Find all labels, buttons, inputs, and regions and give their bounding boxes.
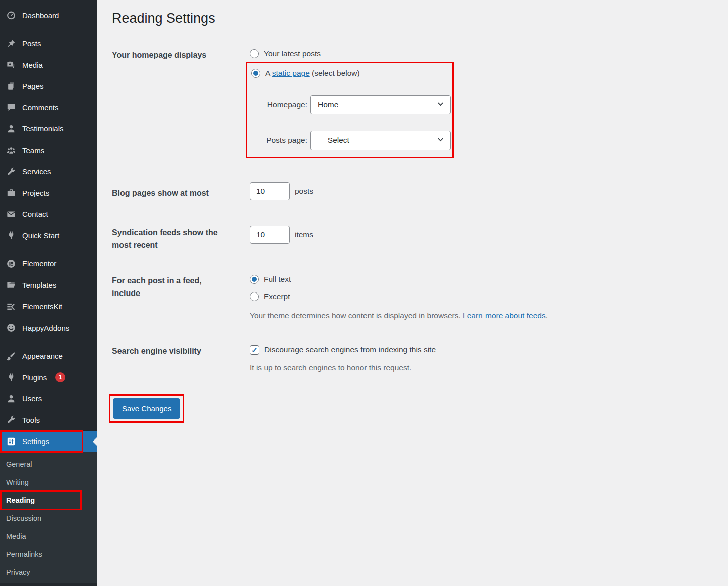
- feed-content-row: For each post in a feed, include Full te…: [112, 274, 708, 320]
- syndication-label: Syndication feeds show the most recent: [112, 226, 227, 251]
- current-menu-arrow: [88, 437, 97, 446]
- smiley-icon: [7, 323, 16, 332]
- sidebar-item-posts[interactable]: Posts: [0, 33, 97, 55]
- group-icon: [7, 145, 16, 155]
- submenu-item-media[interactable]: Media: [0, 527, 97, 545]
- full-text-option: Full text: [250, 274, 708, 285]
- user-icon: [7, 394, 16, 403]
- search-visibility-row: Search engine visibility ✓ Discourage se…: [112, 344, 708, 372]
- save-row: Save Changes: [112, 394, 708, 423]
- settings-submenu: General Writing Reading Discussion Media…: [0, 452, 97, 583]
- feed-content-label: For each post in a feed, include: [112, 274, 217, 320]
- sidebar-item-pages[interactable]: Pages: [0, 76, 97, 97]
- sidebar-item-tools[interactable]: Tools: [0, 409, 97, 431]
- dashboard-icon: [7, 11, 16, 20]
- sidebar-item-label: Elementor: [22, 259, 56, 268]
- blog-pages-label: Blog pages show at most: [112, 182, 250, 200]
- envelope-icon: [7, 210, 16, 219]
- sidebar-item-elementor[interactable]: Elementor: [0, 253, 97, 275]
- blog-pages-row: Blog pages show at most posts: [112, 182, 708, 200]
- annotation-box-save: Save Changes: [109, 394, 184, 423]
- submenu-item-general[interactable]: General: [0, 455, 97, 473]
- homepage-select-value: Home: [318, 100, 338, 109]
- static-page-label: A static page (select below): [265, 69, 360, 78]
- sidebar-item-users[interactable]: Users: [0, 388, 97, 410]
- posts-page-select-label: Posts page:: [251, 136, 307, 145]
- blog-pages-unit: posts: [295, 187, 313, 196]
- comment-bubble-icon: [7, 103, 16, 112]
- pages-icon: [7, 82, 16, 91]
- excerpt-radio[interactable]: [250, 292, 259, 301]
- elementskit-icon: [7, 302, 16, 311]
- sidebar-item-happyaddons[interactable]: HappyAddons: [0, 317, 97, 339]
- latest-posts-label: Your latest posts: [264, 49, 321, 58]
- sidebar-item-label: Templates: [22, 281, 56, 289]
- sidebar-item-label: Users: [22, 394, 42, 403]
- sidebar-item-contact[interactable]: Contact: [0, 204, 97, 225]
- excerpt-label: Excerpt: [264, 292, 290, 301]
- sidebar-item-media[interactable]: Media: [0, 54, 97, 76]
- static-page-radio[interactable]: [251, 69, 260, 78]
- discourage-option: ✓ Discourage search engines from indexin…: [250, 344, 708, 355]
- submenu-item-writing[interactable]: Writing: [0, 473, 97, 491]
- blog-pages-input[interactable]: [250, 182, 290, 200]
- homepage-select[interactable]: Home: [310, 95, 451, 114]
- sidebar-item-quick-start[interactable]: Quick Start: [0, 225, 97, 246]
- save-changes-button[interactable]: Save Changes: [113, 398, 180, 419]
- submenu-item-discussion[interactable]: Discussion: [0, 509, 97, 527]
- search-visibility-note: It is up to search engines to honor this…: [250, 363, 708, 372]
- posts-page-select[interactable]: — Select —: [310, 131, 451, 150]
- learn-more-feeds-link[interactable]: Learn more about feeds: [463, 311, 546, 320]
- plugins-update-badge: 1: [55, 372, 65, 382]
- sidebar-item-projects[interactable]: Projects: [0, 182, 97, 204]
- submenu-item-privacy[interactable]: Privacy: [0, 563, 97, 581]
- person-icon: [7, 124, 16, 133]
- sidebar-item-settings[interactable]: Settings: [0, 431, 97, 453]
- static-page-option: A static page (select below): [251, 68, 452, 79]
- folder-open-icon: [7, 280, 16, 289]
- plug-icon: [7, 231, 16, 240]
- tools-wrench-icon: [7, 415, 16, 424]
- main-content: Reading Settings Your homepage displays …: [97, 0, 728, 423]
- sidebar-item-elementskit[interactable]: ElementsKit: [0, 296, 97, 318]
- plugin-icon: [7, 373, 16, 382]
- posts-page-select-row: Posts page: — Select —: [251, 131, 452, 150]
- sidebar-item-label: Plugins: [22, 373, 47, 382]
- sidebar-item-services[interactable]: Services: [0, 161, 97, 183]
- sidebar-item-label: Appearance: [22, 352, 63, 360]
- settings-sliders-icon: [7, 437, 16, 446]
- submenu-item-reading[interactable]: Reading: [0, 491, 97, 509]
- sidebar-item-appearance[interactable]: Appearance: [0, 346, 97, 367]
- homepage-select-label: Homepage:: [251, 100, 307, 109]
- pushpin-icon: [7, 39, 16, 48]
- sidebar-item-label: Projects: [22, 189, 49, 197]
- sidebar-item-label: Tools: [22, 416, 40, 424]
- sidebar-item-templates[interactable]: Templates: [0, 274, 97, 296]
- sidebar-item-label: Dashboard: [22, 11, 59, 20]
- paintbrush-icon: [7, 352, 16, 361]
- submenu-item-permalinks[interactable]: Permalinks: [0, 545, 97, 563]
- annotation-box-static-page: A static page (select below) Homepage: H…: [246, 62, 454, 158]
- feed-note: Your theme determines how content is dis…: [250, 311, 708, 320]
- sidebar-item-label: Quick Start: [22, 231, 59, 240]
- static-page-link[interactable]: static page: [272, 69, 310, 77]
- discourage-label: Discourage search engines from indexing …: [264, 345, 436, 354]
- latest-posts-radio[interactable]: [250, 49, 259, 58]
- sidebar-item-testimonials[interactable]: Testimonials: [0, 118, 97, 140]
- wrench-icon: [7, 167, 16, 176]
- full-text-radio[interactable]: [250, 275, 259, 284]
- sidebar-item-dashboard[interactable]: Dashboard: [0, 5, 97, 26]
- discourage-checkbox[interactable]: ✓: [250, 345, 259, 355]
- sidebar-item-label: HappyAddons: [22, 324, 69, 332]
- sidebar-item-teams[interactable]: Teams: [0, 139, 97, 161]
- syndication-row: Syndication feeds show the most recent i…: [112, 226, 708, 251]
- excerpt-option: Excerpt: [250, 291, 708, 302]
- sidebar-item-label: Settings: [22, 437, 49, 446]
- admin-sidebar: Dashboard Posts Media Pages Comments Tes…: [0, 0, 97, 586]
- elementor-icon: [7, 259, 16, 268]
- search-visibility-label: Search engine visibility: [112, 344, 250, 372]
- syndication-unit: items: [295, 226, 313, 239]
- sidebar-item-comments[interactable]: Comments: [0, 97, 97, 118]
- syndication-input[interactable]: [250, 226, 290, 244]
- sidebar-item-plugins[interactable]: Plugins 1: [0, 367, 97, 388]
